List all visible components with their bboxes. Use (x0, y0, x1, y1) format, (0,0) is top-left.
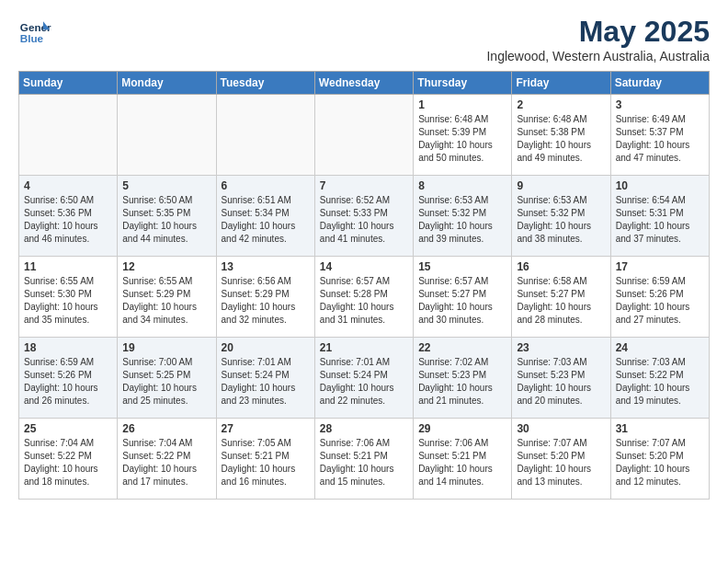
calendar-day-cell: 10Sunrise: 6:54 AM Sunset: 5:31 PM Dayli… (610, 176, 709, 257)
day-number: 8 (418, 179, 506, 192)
day-info: Sunrise: 6:51 AM Sunset: 5:34 PM Dayligh… (222, 194, 310, 246)
calendar-week-row: 4Sunrise: 6:50 AM Sunset: 5:36 PM Daylig… (19, 176, 710, 257)
day-info: Sunrise: 6:57 AM Sunset: 5:27 PM Dayligh… (418, 275, 506, 327)
calendar-week-row: 25Sunrise: 7:04 AM Sunset: 5:22 PM Dayli… (19, 419, 710, 500)
day-number: 27 (222, 422, 310, 435)
day-info: Sunrise: 6:57 AM Sunset: 5:28 PM Dayligh… (320, 275, 408, 327)
day-number: 12 (122, 260, 210, 273)
calendar-day-cell: 24Sunrise: 7:03 AM Sunset: 5:22 PM Dayli… (610, 338, 709, 419)
calendar-day-cell: 20Sunrise: 7:01 AM Sunset: 5:24 PM Dayli… (216, 338, 314, 419)
day-info: Sunrise: 7:03 AM Sunset: 5:22 PM Dayligh… (616, 356, 704, 408)
calendar-day-cell: 23Sunrise: 7:03 AM Sunset: 5:23 PM Dayli… (512, 338, 610, 419)
day-number: 7 (320, 179, 408, 192)
calendar-table: SundayMondayTuesdayWednesdayThursdayFrid… (18, 71, 710, 500)
day-number: 10 (616, 179, 704, 192)
calendar-body: 1Sunrise: 6:48 AM Sunset: 5:39 PM Daylig… (19, 95, 710, 500)
day-info: Sunrise: 6:55 AM Sunset: 5:30 PM Dayligh… (24, 275, 112, 327)
day-number: 18 (24, 341, 112, 354)
calendar-week-row: 11Sunrise: 6:55 AM Sunset: 5:30 PM Dayli… (19, 257, 710, 338)
day-info: Sunrise: 7:00 AM Sunset: 5:25 PM Dayligh… (122, 356, 210, 408)
day-info: Sunrise: 6:56 AM Sunset: 5:29 PM Dayligh… (222, 275, 310, 327)
day-info: Sunrise: 6:50 AM Sunset: 5:36 PM Dayligh… (24, 194, 112, 246)
calendar-day-cell: 3Sunrise: 6:49 AM Sunset: 5:37 PM Daylig… (610, 95, 709, 176)
calendar-day-cell: 21Sunrise: 7:01 AM Sunset: 5:24 PM Dayli… (314, 338, 413, 419)
day-number: 2 (517, 98, 605, 111)
calendar-day-cell: 31Sunrise: 7:07 AM Sunset: 5:20 PM Dayli… (610, 419, 709, 500)
calendar-day-cell: 15Sunrise: 6:57 AM Sunset: 5:27 PM Dayli… (414, 257, 512, 338)
day-number: 22 (418, 341, 506, 354)
calendar-day-cell: 4Sunrise: 6:50 AM Sunset: 5:36 PM Daylig… (19, 176, 118, 257)
day-info: Sunrise: 6:53 AM Sunset: 5:32 PM Dayligh… (418, 194, 506, 246)
day-info: Sunrise: 6:59 AM Sunset: 5:26 PM Dayligh… (24, 356, 112, 408)
day-info: Sunrise: 7:01 AM Sunset: 5:24 PM Dayligh… (320, 356, 408, 408)
day-info: Sunrise: 7:06 AM Sunset: 5:21 PM Dayligh… (418, 437, 506, 488)
calendar-day-cell: 9Sunrise: 6:53 AM Sunset: 5:32 PM Daylig… (512, 176, 610, 257)
day-number: 15 (418, 260, 506, 273)
day-of-week-header: Saturday (610, 72, 709, 95)
calendar-day-cell (216, 95, 314, 176)
day-number: 23 (517, 341, 605, 354)
day-info: Sunrise: 7:07 AM Sunset: 5:20 PM Dayligh… (517, 437, 605, 488)
day-number: 21 (320, 341, 408, 354)
day-number: 14 (320, 260, 408, 273)
calendar-day-cell: 30Sunrise: 7:07 AM Sunset: 5:20 PM Dayli… (512, 419, 610, 500)
day-number: 20 (222, 341, 310, 354)
day-info: Sunrise: 6:49 AM Sunset: 5:37 PM Dayligh… (616, 113, 704, 165)
day-number: 26 (122, 422, 210, 435)
day-number: 3 (616, 98, 704, 111)
day-number: 9 (517, 179, 605, 192)
day-info: Sunrise: 7:03 AM Sunset: 5:23 PM Dayligh… (517, 356, 605, 408)
day-info: Sunrise: 7:02 AM Sunset: 5:23 PM Dayligh… (418, 356, 506, 408)
calendar-day-cell: 19Sunrise: 7:00 AM Sunset: 5:25 PM Dayli… (118, 338, 216, 419)
day-of-week-header: Friday (512, 72, 610, 95)
svg-text:Blue: Blue (20, 32, 44, 44)
calendar-day-cell: 29Sunrise: 7:06 AM Sunset: 5:21 PM Dayli… (414, 419, 512, 500)
calendar-day-cell (314, 95, 413, 176)
day-number: 29 (418, 422, 506, 435)
day-info: Sunrise: 7:06 AM Sunset: 5:21 PM Dayligh… (320, 437, 408, 488)
location: Inglewood, Western Australia, Australia (486, 49, 710, 63)
calendar-day-cell: 14Sunrise: 6:57 AM Sunset: 5:28 PM Dayli… (314, 257, 413, 338)
calendar-day-cell: 12Sunrise: 6:55 AM Sunset: 5:29 PM Dayli… (118, 257, 216, 338)
day-number: 13 (222, 260, 310, 273)
day-info: Sunrise: 6:54 AM Sunset: 5:31 PM Dayligh… (616, 194, 704, 246)
day-number: 19 (122, 341, 210, 354)
day-number: 6 (222, 179, 310, 192)
logo: General Blue (18, 15, 51, 48)
day-of-week-header: Monday (118, 72, 216, 95)
month-title: May 2025 (486, 15, 710, 49)
day-number: 25 (24, 422, 112, 435)
calendar-day-cell (118, 95, 216, 176)
day-info: Sunrise: 7:04 AM Sunset: 5:22 PM Dayligh… (24, 437, 112, 488)
calendar-day-cell: 2Sunrise: 6:48 AM Sunset: 5:38 PM Daylig… (512, 95, 610, 176)
day-info: Sunrise: 6:50 AM Sunset: 5:35 PM Dayligh… (122, 194, 210, 246)
calendar-week-row: 1Sunrise: 6:48 AM Sunset: 5:39 PM Daylig… (19, 95, 710, 176)
calendar-day-cell: 11Sunrise: 6:55 AM Sunset: 5:30 PM Dayli… (19, 257, 118, 338)
calendar-day-cell: 25Sunrise: 7:04 AM Sunset: 5:22 PM Dayli… (19, 419, 118, 500)
day-info: Sunrise: 7:07 AM Sunset: 5:20 PM Dayligh… (616, 437, 704, 488)
day-number: 1 (418, 98, 506, 111)
calendar-day-cell (19, 95, 118, 176)
calendar-day-cell: 16Sunrise: 6:58 AM Sunset: 5:27 PM Dayli… (512, 257, 610, 338)
day-of-week-header: Thursday (414, 72, 512, 95)
calendar-day-cell: 6Sunrise: 6:51 AM Sunset: 5:34 PM Daylig… (216, 176, 314, 257)
calendar-day-cell: 8Sunrise: 6:53 AM Sunset: 5:32 PM Daylig… (414, 176, 512, 257)
calendar-day-cell: 26Sunrise: 7:04 AM Sunset: 5:22 PM Dayli… (118, 419, 216, 500)
day-info: Sunrise: 6:58 AM Sunset: 5:27 PM Dayligh… (517, 275, 605, 327)
calendar-day-cell: 5Sunrise: 6:50 AM Sunset: 5:35 PM Daylig… (118, 176, 216, 257)
day-number: 11 (24, 260, 112, 273)
calendar-header-row: SundayMondayTuesdayWednesdayThursdayFrid… (19, 72, 710, 95)
day-info: Sunrise: 6:55 AM Sunset: 5:29 PM Dayligh… (122, 275, 210, 327)
day-number: 5 (122, 179, 210, 192)
calendar-day-cell: 7Sunrise: 6:52 AM Sunset: 5:33 PM Daylig… (314, 176, 413, 257)
day-info: Sunrise: 7:04 AM Sunset: 5:22 PM Dayligh… (122, 437, 210, 488)
calendar-day-cell: 28Sunrise: 7:06 AM Sunset: 5:21 PM Dayli… (314, 419, 413, 500)
day-info: Sunrise: 6:52 AM Sunset: 5:33 PM Dayligh… (320, 194, 408, 246)
day-info: Sunrise: 6:48 AM Sunset: 5:38 PM Dayligh… (517, 113, 605, 165)
calendar-day-cell: 27Sunrise: 7:05 AM Sunset: 5:21 PM Dayli… (216, 419, 314, 500)
day-of-week-header: Sunday (19, 72, 118, 95)
day-info: Sunrise: 6:59 AM Sunset: 5:26 PM Dayligh… (616, 275, 704, 327)
calendar-day-cell: 17Sunrise: 6:59 AM Sunset: 5:26 PM Dayli… (610, 257, 709, 338)
calendar-day-cell: 13Sunrise: 6:56 AM Sunset: 5:29 PM Dayli… (216, 257, 314, 338)
day-info: Sunrise: 7:05 AM Sunset: 5:21 PM Dayligh… (222, 437, 310, 488)
